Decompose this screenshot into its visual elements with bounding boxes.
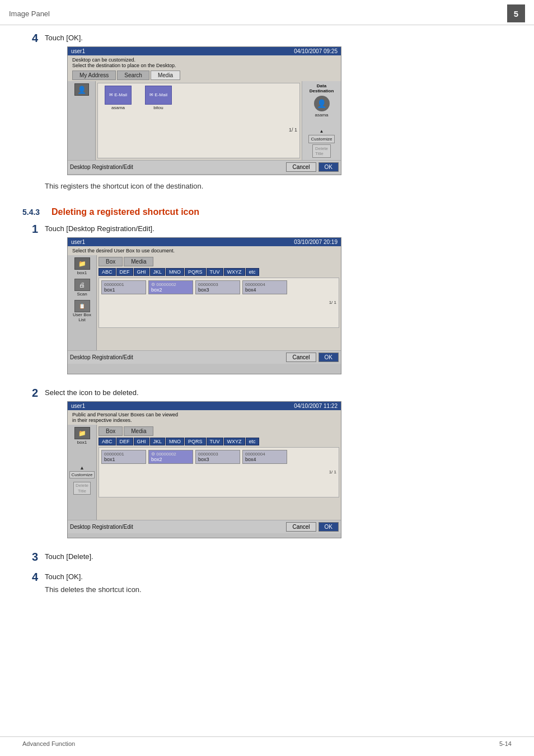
step-4-bottom-text: Touch [OK].: [45, 572, 512, 581]
filter-tuv-s2[interactable]: TUV: [207, 438, 223, 445]
ui-mockup-1: user1 04/10/2007 09:25 Desktop can be cu…: [67, 46, 341, 175]
box-item-1-s2[interactable]: 00000001 box1: [101, 450, 146, 464]
tab-media[interactable]: Media: [151, 71, 180, 80]
ok-s2[interactable]: OK: [318, 522, 339, 532]
step-num-4-top: 4: [22, 32, 38, 45]
sidebar-scan-s1[interactable]: 🖨 Scan: [74, 279, 90, 297]
cancel-btn-1[interactable]: Cancel: [286, 162, 316, 172]
filter-wxyz-s1[interactable]: WXYZ: [224, 268, 245, 276]
tab-my-address[interactable]: My Address: [72, 71, 116, 80]
filter-ghi-s2[interactable]: GHI: [134, 438, 149, 445]
box-item-2-s1[interactable]: ⚙ 00000002 box2: [148, 280, 193, 294]
ui-msg-s1: Select the desired User Box to use docum…: [68, 246, 341, 255]
sidebar-box1-s1[interactable]: 📁 box1: [74, 257, 90, 275]
step-4-top-note: This registers the shortcut icon of the …: [45, 182, 512, 190]
main-s1: Box Media ABC DEF GHI JKL MNO PQRS TUV: [97, 255, 341, 350]
boxes-s1: 00000001 box1 ⚙ 00000002 box2 00000003 b…: [101, 280, 336, 294]
box-item-3-s1[interactable]: 00000003 box3: [195, 280, 240, 294]
paginator-s2: 1/ 1: [101, 469, 336, 475]
paginator-s1: 1/ 1: [101, 300, 336, 305]
filter-def-s1[interactable]: DEF: [116, 268, 133, 276]
bottom-left-s1[interactable]: Desktop Registration/Edit: [70, 354, 133, 360]
customize-area: ▲ Customize DeleteTitle: [308, 129, 335, 158]
box-item-2-s2[interactable]: ⚙ 00000002 box2: [148, 450, 193, 464]
ui-mockup-step2: user1 04/10/2007 11:22 Public and Person…: [67, 401, 341, 538]
up-arrow-icon[interactable]: ▲: [320, 129, 324, 134]
step-3-text: Touch [Delete].: [45, 552, 512, 561]
ui-body-s1: 📁 box1 🖨 Scan 📋 User Box List: [68, 255, 341, 350]
step-num-1: 1: [22, 223, 38, 236]
filter-wxyz-s2[interactable]: WXYZ: [224, 438, 245, 445]
step-3-content: Touch [Delete].: [45, 551, 512, 565]
filter-tuv-s1[interactable]: TUV: [207, 268, 223, 276]
bottom-left-label-1[interactable]: Desktop Registration/Edit: [70, 164, 133, 170]
ui-content-1: ✉ E-Mail asama ✉ E-Mail bitou 1/ 1: [97, 83, 300, 158]
box-item-4-s2[interactable]: 00000004 box4: [242, 450, 287, 464]
ok-s1[interactable]: OK: [318, 353, 339, 362]
tab-box-s2[interactable]: Box: [99, 426, 123, 436]
box-item-3-s2[interactable]: 00000003 box3: [195, 450, 240, 464]
boxes-s2: 00000001 box1 ⚙ 00000002 box2 00000003 b…: [101, 450, 336, 464]
filter-abc-s1[interactable]: ABC: [99, 268, 116, 276]
box-item-1-s1[interactable]: 00000001 box1: [101, 280, 146, 294]
sidebar-userboxlist-s1[interactable]: 📋 User Box List: [69, 300, 95, 323]
filter-jkl-s2[interactable]: JKL: [150, 438, 166, 445]
step-4-top-text: Touch [OK].: [45, 34, 512, 42]
cancel-s2[interactable]: Cancel: [286, 522, 316, 532]
paginator-1: 1/ 1: [100, 127, 297, 133]
ui-titlebar-step2: user1 04/10/2007 11:22: [68, 402, 341, 410]
step-2-text: Select the icon to be deleted.: [45, 388, 512, 397]
filter-abc-s2[interactable]: ABC: [99, 438, 116, 445]
cancel-s1[interactable]: Cancel: [286, 353, 316, 362]
box-item-4-s1[interactable]: 00000004 box4: [242, 280, 287, 294]
tab-box-s1[interactable]: Box: [99, 257, 123, 266]
filter-mno-s2[interactable]: MNO: [166, 438, 184, 445]
ui-tabs-1: My Address Search Media: [68, 69, 341, 81]
data-dest-title: Data Destination: [305, 83, 339, 93]
section-title: Deleting a registered shortcut icon: [51, 207, 199, 217]
dest-items-1: ✉ E-Mail asama ✉ E-Mail bitou: [100, 86, 297, 110]
data-dest-name-1: asama: [315, 112, 328, 118]
data-dest-panel-1: Data Destination 👤 asama ▲ Customize Del…: [302, 81, 341, 160]
filter-ghi-s1[interactable]: GHI: [134, 268, 149, 276]
main-content: 4 Touch [OK]. user1 04/10/2007 09:25 Des…: [0, 25, 534, 628]
data-dest-avatar-1: 👤: [314, 96, 330, 111]
filter-def-s2[interactable]: DEF: [116, 438, 133, 445]
sidebar-delete-s2[interactable]: DeleteTitle: [73, 482, 91, 495]
customize-btn[interactable]: Customize: [308, 135, 335, 143]
tab-search[interactable]: Search: [117, 71, 149, 80]
step-2-content: Select the icon to be deleted. user1 04/…: [45, 387, 512, 545]
tab-media-s2[interactable]: Media: [124, 426, 153, 436]
sidebar-s1: 📁 box1 🖨 Scan 📋 User Box List: [68, 255, 97, 350]
bottom-left-s2[interactable]: Desktop Registration/Edit: [70, 524, 133, 530]
filter-pqrs-s1[interactable]: PQRS: [185, 268, 206, 276]
ui-user-s1: user1: [71, 239, 85, 245]
filter-jkl-s1[interactable]: JKL: [150, 268, 166, 276]
page-title: Image Panel: [9, 10, 50, 18]
ui-titlebar-step1: user1 03/10/2007 20:19: [68, 238, 341, 246]
filter-pqrs-s2[interactable]: PQRS: [185, 438, 206, 445]
main-s2: Box Media ABC DEF GHI JKL MNO PQRS TUV: [97, 425, 341, 520]
tabs-s1: Box Media: [99, 257, 339, 266]
filter-btns-s1: ABC DEF GHI JKL MNO PQRS TUV WXYZ etc: [99, 268, 339, 276]
filter-etc-s2[interactable]: etc: [246, 438, 259, 445]
ok-btn-1[interactable]: OK: [318, 162, 339, 172]
ui-ts-s2: 04/10/2007 11:22: [294, 403, 338, 409]
dest-item-1: ✉ E-Mail asama: [100, 86, 136, 110]
tabs-s2: Box Media: [99, 426, 339, 436]
sidebar-customize-s2[interactable]: ▲ Customize: [69, 465, 95, 478]
step-4-bottom-note: This deletes the shortcut icon.: [45, 585, 512, 594]
delete-btn[interactable]: DeleteTitle: [312, 144, 331, 158]
filter-mno-s1[interactable]: MNO: [166, 268, 184, 276]
ui-body-s2: 📁 box1 ▲ Customize DeleteTitle: [68, 425, 341, 520]
section-543: 5.4.3 Deleting a registered shortcut ico…: [22, 207, 512, 217]
tab-media-s1[interactable]: Media: [124, 257, 153, 266]
step-2-block: 2 Select the icon to be deleted. user1 0…: [22, 387, 512, 545]
footer-left: Advanced Function: [22, 740, 75, 747]
step-4-bottom-content: Touch [OK]. This deletes the shortcut ic…: [45, 571, 512, 600]
step-4-bottom-block: 4 Touch [OK]. This deletes the shortcut …: [22, 571, 512, 600]
filter-etc-s1[interactable]: etc: [246, 268, 259, 276]
sidebar-box1-s2[interactable]: 📁 box1: [74, 427, 90, 445]
ui-user-1: user1: [71, 48, 85, 54]
page-header: Image Panel 5: [0, 0, 534, 25]
